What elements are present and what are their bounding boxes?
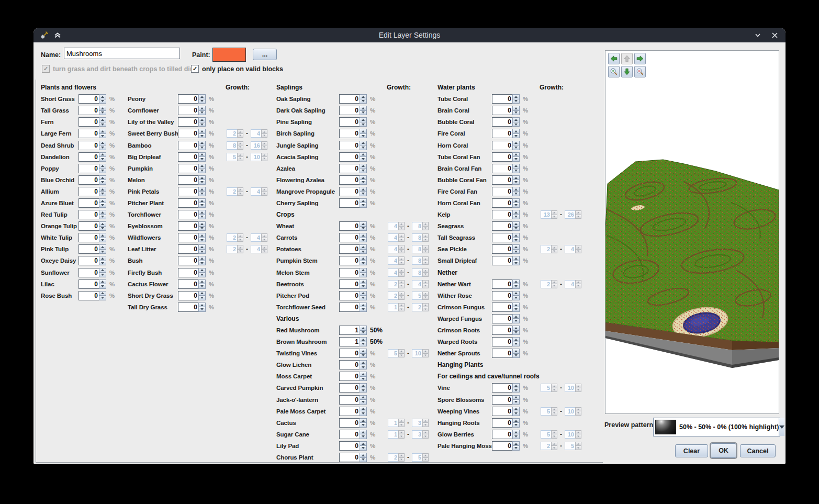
spinner-up-icon[interactable] bbox=[512, 198, 520, 204]
spinner-field[interactable] bbox=[178, 279, 198, 289]
spinner-field[interactable] bbox=[78, 117, 99, 127]
spinner-field[interactable] bbox=[492, 106, 512, 115]
pan-right-button[interactable] bbox=[634, 53, 646, 64]
spinner-field[interactable] bbox=[339, 117, 360, 127]
spinner-field[interactable] bbox=[178, 106, 198, 115]
spinner-down-icon[interactable] bbox=[198, 134, 206, 139]
spinner-down-icon[interactable] bbox=[512, 238, 520, 243]
spinner-field[interactable] bbox=[339, 129, 360, 138]
spinner-up-icon[interactable] bbox=[360, 360, 367, 365]
spinner-down-icon[interactable] bbox=[512, 261, 520, 266]
spinner-down-icon[interactable] bbox=[99, 284, 106, 289]
spinner-down-icon[interactable] bbox=[198, 250, 206, 254]
spinner-field[interactable] bbox=[178, 210, 198, 219]
spinner-down-icon[interactable] bbox=[512, 411, 520, 416]
spinner-up-icon[interactable] bbox=[512, 187, 520, 192]
spinner-down-icon[interactable] bbox=[512, 342, 520, 347]
spinner-field[interactable] bbox=[339, 279, 360, 289]
spinner-up-icon[interactable] bbox=[360, 94, 367, 99]
spinner-down-icon[interactable] bbox=[99, 169, 106, 173]
spinner-field[interactable] bbox=[339, 326, 360, 335]
spinner-up-icon[interactable] bbox=[360, 326, 367, 331]
spinner-up-icon[interactable] bbox=[360, 152, 367, 158]
spinner-field[interactable] bbox=[492, 187, 512, 196]
spinner-up-icon[interactable] bbox=[360, 233, 367, 238]
spinner-field[interactable] bbox=[178, 244, 198, 254]
spinner-up-icon[interactable] bbox=[99, 256, 106, 261]
zoom-in-icon[interactable] bbox=[608, 66, 620, 77]
spinner-field[interactable] bbox=[492, 407, 512, 416]
spinner-field[interactable] bbox=[492, 430, 512, 439]
spinner-down-icon[interactable] bbox=[512, 388, 520, 393]
spinner-down-icon[interactable] bbox=[360, 227, 367, 231]
spinner-field[interactable] bbox=[492, 349, 512, 358]
spinner-down-icon[interactable] bbox=[198, 169, 206, 173]
spinner-field[interactable] bbox=[339, 441, 360, 451]
spinner-up-icon[interactable] bbox=[99, 198, 106, 204]
close-icon[interactable] bbox=[769, 29, 780, 41]
spinner-down-icon[interactable] bbox=[512, 284, 520, 289]
spinner-down-icon[interactable] bbox=[360, 169, 367, 173]
spinner-up-icon[interactable] bbox=[198, 187, 206, 192]
spinner-up-icon[interactable] bbox=[99, 152, 106, 158]
spinner-up-icon[interactable] bbox=[360, 395, 367, 400]
spinner-up-icon[interactable] bbox=[198, 106, 206, 111]
spinner-down-icon[interactable] bbox=[360, 250, 367, 254]
spinner-down-icon[interactable] bbox=[512, 307, 520, 312]
spinner-up-icon[interactable] bbox=[99, 117, 106, 122]
spinner-up-icon[interactable] bbox=[99, 244, 106, 250]
spinner-up-icon[interactable] bbox=[360, 349, 367, 354]
spinner-field[interactable] bbox=[492, 210, 512, 219]
spinner-up-icon[interactable] bbox=[512, 141, 520, 146]
spinner-field[interactable] bbox=[178, 187, 198, 196]
spinner-field[interactable] bbox=[492, 141, 512, 150]
spinner-up-icon[interactable] bbox=[512, 233, 520, 238]
spinner-down-icon[interactable] bbox=[198, 122, 206, 127]
spinner-field[interactable] bbox=[178, 268, 198, 277]
spinner-down-icon[interactable] bbox=[198, 111, 206, 116]
spinner-field[interactable] bbox=[492, 303, 512, 312]
spinner-up-icon[interactable] bbox=[360, 129, 367, 134]
spinner-down-icon[interactable] bbox=[99, 250, 106, 254]
spinner-field[interactable] bbox=[339, 407, 360, 416]
spinner-up-icon[interactable] bbox=[512, 291, 520, 296]
spinner-up-icon[interactable] bbox=[99, 187, 106, 192]
spinner-down-icon[interactable] bbox=[360, 331, 367, 335]
spinner-up-icon[interactable] bbox=[198, 198, 206, 204]
spinner-down-icon[interactable] bbox=[512, 122, 520, 127]
spinner-down-icon[interactable] bbox=[512, 434, 520, 439]
spinner-down-icon[interactable] bbox=[198, 238, 206, 243]
spinner-field[interactable] bbox=[78, 187, 99, 196]
spinner-field[interactable] bbox=[78, 291, 99, 300]
spinner-up-icon[interactable] bbox=[99, 210, 106, 215]
spinner-up-icon[interactable] bbox=[198, 117, 206, 122]
spinner-field[interactable] bbox=[178, 198, 198, 208]
spinner-down-icon[interactable] bbox=[198, 261, 206, 266]
spinner-down-icon[interactable] bbox=[99, 180, 106, 185]
spinner-field[interactable] bbox=[492, 152, 512, 162]
spinner-up-icon[interactable] bbox=[512, 106, 520, 111]
spinner-up-icon[interactable] bbox=[512, 441, 520, 446]
spinner-up-icon[interactable] bbox=[512, 279, 520, 285]
spinner-down-icon[interactable] bbox=[512, 354, 520, 359]
spinner-down-icon[interactable] bbox=[99, 111, 106, 116]
spinner-up-icon[interactable] bbox=[360, 106, 367, 111]
spinner-field[interactable] bbox=[178, 221, 198, 231]
spinner-field[interactable] bbox=[492, 383, 512, 393]
spinner-field[interactable] bbox=[339, 152, 360, 162]
spinner-down-icon[interactable] bbox=[198, 192, 206, 196]
spinner-field[interactable] bbox=[492, 129, 512, 138]
spinner-down-icon[interactable] bbox=[512, 111, 520, 116]
spinner-down-icon[interactable] bbox=[99, 192, 106, 196]
spinner-up-icon[interactable] bbox=[512, 210, 520, 215]
spinner-up-icon[interactable] bbox=[198, 175, 206, 181]
spinner-up-icon[interactable] bbox=[512, 94, 520, 99]
spinner-up-icon[interactable] bbox=[360, 291, 367, 296]
spinner-up-icon[interactable] bbox=[99, 279, 106, 285]
spinner-down-icon[interactable] bbox=[198, 284, 206, 289]
spinner-down-icon[interactable] bbox=[360, 296, 367, 300]
spinner-field[interactable] bbox=[339, 418, 360, 428]
preview-pattern-select[interactable]: 50% - 50% - 0% (100% highlight) bbox=[653, 418, 780, 436]
spinner-field[interactable] bbox=[178, 141, 198, 150]
spinner-down-icon[interactable] bbox=[99, 296, 106, 300]
